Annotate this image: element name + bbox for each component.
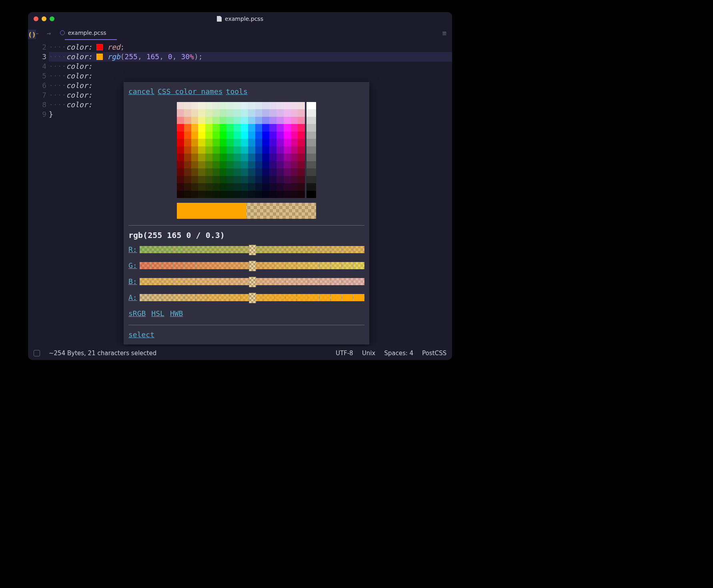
forward-icon[interactable]: → bbox=[46, 28, 52, 38]
code-line[interactable]: ····color: bbox=[49, 62, 452, 71]
code-line[interactable]: ····color: bbox=[49, 71, 452, 81]
tools-link[interactable]: tools bbox=[226, 87, 248, 96]
status-bar: ~254 Bytes, 21 characters selected UTF-8… bbox=[28, 346, 452, 360]
channel-sliders: R: G: B: A: bbox=[128, 245, 365, 302]
tab-label: example.pcss bbox=[68, 30, 106, 36]
channel-g-label[interactable]: G: bbox=[128, 261, 138, 270]
app-window: example.pcss ← → example.pcss ≡ () 2 3 4… bbox=[28, 12, 452, 360]
slider-knob[interactable] bbox=[249, 293, 256, 303]
divider bbox=[128, 225, 365, 226]
slider-g[interactable] bbox=[140, 262, 365, 269]
color-picker-popup: cancel CSS color names tools rg bbox=[124, 82, 369, 344]
file-icon bbox=[217, 16, 222, 22]
status-indent[interactable]: Spaces: 4 bbox=[384, 350, 413, 357]
slider-knob[interactable] bbox=[249, 277, 256, 287]
gutter: 2 3 4 5 6 7 8 9 bbox=[28, 40, 49, 346]
editor[interactable]: 2 3 4 5 6 7 8 9 ····color: red; ····colo… bbox=[28, 40, 452, 346]
slider-b[interactable] bbox=[140, 278, 365, 285]
color-palette[interactable] bbox=[177, 102, 316, 198]
channel-b-label[interactable]: B: bbox=[128, 277, 138, 286]
color-swatch-icon[interactable] bbox=[96, 44, 103, 50]
status-size: ~254 Bytes, 21 characters selected bbox=[49, 350, 156, 357]
slider-knob[interactable] bbox=[249, 261, 256, 271]
code-line-current[interactable]: ····color: rgb(255, 165, 0, 30%); bbox=[49, 52, 452, 62]
color-preview bbox=[177, 203, 316, 219]
tab-example[interactable]: example.pcss bbox=[58, 27, 108, 38]
status-language[interactable]: PostCSS bbox=[422, 350, 447, 357]
channel-a: A: bbox=[128, 293, 365, 302]
colorspace-links: sRGB HSL HWB bbox=[128, 309, 365, 318]
status-encoding[interactable]: UTF-8 bbox=[336, 350, 353, 357]
space-srgb-link[interactable]: sRGB bbox=[128, 309, 146, 318]
channel-g: G: bbox=[128, 261, 365, 270]
space-hsl-link[interactable]: HSL bbox=[151, 309, 164, 318]
modified-indicator-icon bbox=[60, 30, 65, 35]
tab-bar: ← → example.pcss ≡ bbox=[28, 26, 452, 40]
select-link[interactable]: select bbox=[128, 330, 154, 339]
hamburger-icon[interactable]: ≡ bbox=[442, 29, 447, 37]
slider-a[interactable] bbox=[140, 294, 365, 301]
code-area[interactable]: ····color: red; ····color: rgb(255, 165,… bbox=[49, 40, 452, 346]
css-color-names-link[interactable]: CSS color names bbox=[158, 87, 223, 96]
channel-r: R: bbox=[128, 245, 365, 254]
bracket-match-icon: () bbox=[28, 30, 36, 39]
code-line[interactable]: ····color: red; bbox=[49, 42, 452, 52]
window-title-text: example.pcss bbox=[225, 16, 263, 22]
channel-a-label[interactable]: A: bbox=[128, 293, 138, 302]
status-eol[interactable]: Unix bbox=[362, 350, 376, 357]
channel-b: B: bbox=[128, 277, 365, 286]
divider bbox=[128, 325, 365, 325]
color-swatch-icon[interactable] bbox=[96, 54, 103, 60]
slider-r[interactable] bbox=[140, 246, 365, 253]
slider-knob[interactable] bbox=[249, 245, 256, 255]
space-hwb-link[interactable]: HWB bbox=[170, 309, 183, 318]
color-value-string: rgb(255 165 0 / 0.3) bbox=[128, 230, 365, 240]
window-title: example.pcss bbox=[28, 16, 452, 22]
channel-r-label[interactable]: R: bbox=[128, 245, 138, 254]
cancel-link[interactable]: cancel bbox=[128, 87, 154, 96]
titlebar: example.pcss bbox=[28, 12, 452, 26]
panel-toggle-icon[interactable] bbox=[34, 350, 40, 356]
